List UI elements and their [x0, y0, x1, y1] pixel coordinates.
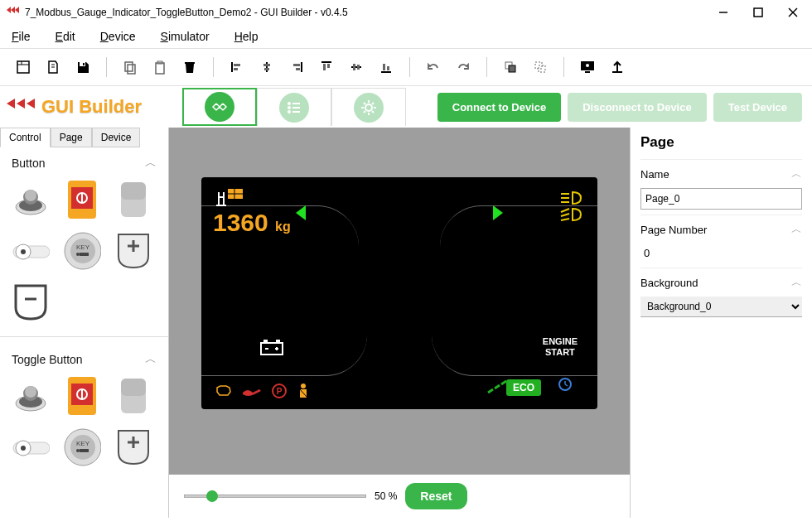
svg-line-55 [372, 111, 374, 113]
svg-rect-10 [83, 63, 85, 65]
section-button-header[interactable]: Button ︿ [12, 156, 157, 171]
align-bottom-button[interactable] [375, 55, 398, 79]
dashboard-preview[interactable]: 1360 kg P [201, 177, 597, 409]
connect-to-device-button[interactable]: Connect to Device [437, 93, 561, 122]
bring-front-button[interactable] [499, 55, 522, 79]
save-button[interactable] [71, 55, 94, 79]
toolbar [0, 48, 812, 86]
screen-button[interactable] [576, 55, 599, 79]
svg-point-72 [70, 239, 95, 263]
widget-toggle-touch[interactable] [63, 377, 101, 415]
prop-pagenum-header[interactable]: Page Number︿ [640, 215, 802, 244]
widget-toggle-slider[interactable] [12, 428, 50, 466]
eco-indicator: ECO [486, 379, 541, 396]
properties-panel: Page Name︿ Page Number︿ 0 Background︿ Ba… [630, 128, 812, 518]
menu-file[interactable]: File [12, 30, 31, 43]
align-right-button[interactable] [285, 55, 308, 79]
svg-rect-103 [223, 192, 225, 205]
undo-button[interactable] [422, 55, 445, 79]
mode-design-button[interactable] [182, 88, 257, 126]
oil-icon [241, 384, 263, 398]
svg-line-57 [364, 111, 365, 113]
close-button[interactable] [781, 4, 805, 21]
left-panel: Control Page Device Button ︿ KEY Toggle … [0, 128, 169, 518]
clock-icon [558, 377, 573, 395]
align-center-h-button[interactable] [255, 55, 278, 79]
widget-toggle-joystick[interactable] [12, 377, 50, 415]
svg-point-45 [288, 106, 291, 109]
chevron-up-icon: ︿ [145, 352, 157, 367]
delete-button[interactable] [178, 55, 201, 79]
svg-rect-32 [383, 64, 385, 70]
widget-button-slider[interactable] [12, 232, 50, 270]
section-toggle-header[interactable]: Toggle Button ︿ [12, 352, 157, 367]
redo-button[interactable] [452, 55, 475, 79]
widget-button-rect[interactable] [114, 181, 152, 219]
minimize-button[interactable] [711, 4, 736, 21]
mode-settings-button[interactable] [331, 88, 406, 126]
zoom-percent-label: 50 % [375, 490, 397, 502]
canvas-area[interactable]: 1360 kg P [169, 128, 630, 518]
widget-toggle-rect[interactable] [114, 377, 152, 415]
widget-toggle-key[interactable]: KEY [63, 428, 101, 466]
svg-rect-33 [387, 66, 389, 70]
copy-button[interactable] [118, 55, 142, 79]
widget-button-key[interactable]: KEY [63, 232, 101, 270]
align-center-v-button[interactable] [345, 55, 368, 79]
svg-rect-67 [121, 182, 146, 200]
widget-button-touch[interactable] [63, 181, 101, 219]
svg-rect-11 [125, 62, 133, 71]
svg-rect-20 [263, 64, 270, 66]
modebar: GUI Builder Connect to Device Disconnect… [0, 86, 812, 128]
svg-line-109 [561, 209, 569, 212]
mode-list-button[interactable] [257, 88, 331, 126]
tab-device[interactable]: Device [92, 128, 141, 147]
paste-button[interactable] [148, 55, 172, 79]
svg-rect-12 [128, 65, 135, 74]
svg-point-74 [76, 253, 80, 256]
menu-edit[interactable]: Edit [56, 30, 75, 43]
tab-page[interactable]: Page [51, 128, 92, 147]
send-back-button[interactable] [529, 55, 552, 79]
open-button[interactable] [41, 55, 65, 79]
svg-point-93 [70, 435, 95, 460]
svg-rect-114 [276, 340, 280, 343]
section-toggle-label: Toggle Button [12, 353, 83, 366]
svg-line-122 [488, 389, 493, 393]
prop-name-header[interactable]: Name︿ [640, 159, 802, 188]
menu-device[interactable]: Device [100, 30, 136, 43]
svg-text:KEY: KEY [76, 440, 90, 447]
svg-rect-29 [353, 64, 355, 70]
svg-rect-26 [323, 64, 326, 70]
zoom-slider-thumb[interactable] [206, 490, 218, 502]
svg-rect-21 [264, 68, 269, 70]
menu-help[interactable]: Help [234, 30, 259, 43]
zoom-slider[interactable] [184, 494, 366, 498]
new-button[interactable] [12, 55, 35, 79]
page-name-input[interactable] [640, 188, 802, 210]
menubar: File Edit Device Simulator Help [0, 25, 812, 48]
gui-builder-logo-text: GUI Builder [41, 96, 142, 118]
svg-line-123 [495, 385, 500, 388]
upload-button[interactable] [606, 55, 629, 79]
background-select[interactable]: Background_0 [640, 297, 802, 317]
widget-toggle-plus[interactable] [114, 428, 152, 466]
widget-button-plus[interactable] [114, 232, 152, 270]
menu-simulator[interactable]: Simulator [161, 30, 210, 43]
widget-button-minus[interactable] [12, 283, 50, 321]
svg-rect-24 [296, 68, 300, 70]
svg-rect-1 [754, 8, 762, 17]
prop-background-header[interactable]: Background︿ [640, 268, 802, 297]
svg-line-110 [561, 214, 569, 216]
widget-button-joystick[interactable] [12, 181, 50, 219]
align-top-button[interactable] [315, 55, 338, 79]
tab-control[interactable]: Control [0, 128, 51, 147]
align-left-button[interactable] [225, 55, 249, 79]
svg-rect-35 [509, 65, 515, 72]
svg-text:KEY: KEY [76, 244, 90, 251]
reset-button[interactable]: Reset [405, 483, 466, 509]
maximize-button[interactable] [746, 4, 771, 21]
svg-rect-4 [17, 61, 29, 73]
svg-point-95 [76, 449, 80, 452]
svg-point-120 [301, 384, 306, 388]
